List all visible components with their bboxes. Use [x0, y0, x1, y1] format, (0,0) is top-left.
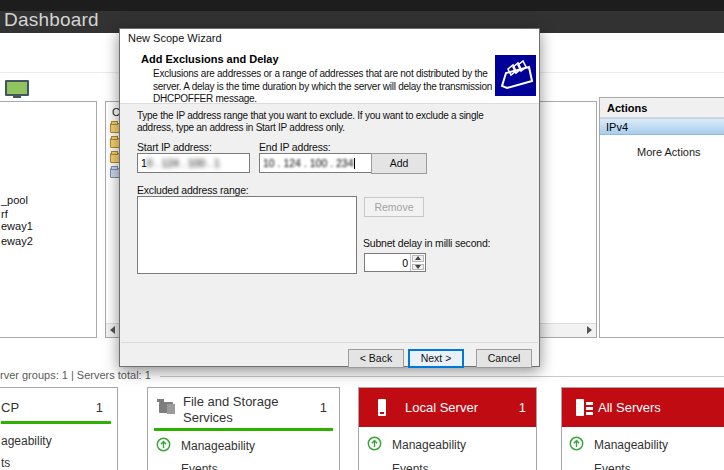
- tile-name[interactable]: All Servers: [598, 400, 661, 415]
- file-storage-icon: [159, 402, 173, 413]
- tile-row-manageability[interactable]: Manageability: [594, 438, 668, 452]
- excluded-range-label: Excluded address range:: [137, 184, 249, 196]
- end-ip-redacted: 10 . 124 . 100 . 234: [263, 157, 354, 169]
- tree-item-rf[interactable]: rf: [1, 208, 8, 220]
- start-ip-visible: 1: [141, 157, 147, 169]
- tile-divider: [154, 428, 333, 431]
- wizard-description: Exclusions are addresses or a range of a…: [153, 68, 510, 106]
- description-line: server. A delay is the time duration by …: [153, 81, 510, 94]
- console-tree-pane: _pool rf eway1 eway2: [0, 101, 97, 338]
- screen: Dashboard _pool rf eway1 eway2 C Actions…: [0, 0, 724, 470]
- tile-local-server[interactable]: Local Server 1 Manageability Events: [358, 387, 537, 470]
- next-button[interactable]: Next >: [408, 349, 464, 368]
- subnet-delay-spinner[interactable]: 0: [364, 253, 426, 272]
- description-line: Exclusions are addresses or a range of a…: [153, 68, 510, 81]
- monitor-icon[interactable]: [5, 80, 29, 96]
- subnet-delay-label: Subnet delay in milli second:: [363, 237, 490, 249]
- tile-row-events[interactable]: ts: [1, 456, 10, 470]
- start-ip-redacted: 0 . 124 . 100 . 1: [147, 157, 220, 169]
- button-row-divider: [121, 342, 538, 343]
- cancel-button[interactable]: Cancel: [476, 349, 532, 368]
- instruction-line: Type the IP address range that you want …: [137, 110, 484, 122]
- tree-item-gateway2[interactable]: eway2: [1, 235, 33, 247]
- new-scope-wizard-dialog: New Scope Wizard Add Exclusions and Dela…: [119, 28, 540, 367]
- window-bottom-edge: [160, 376, 724, 377]
- manageability-ok-icon: [156, 437, 171, 452]
- back-button[interactable]: < Back: [348, 349, 404, 368]
- spinner-down-button[interactable]: [412, 264, 424, 271]
- tile-row-manageability[interactable]: Manageability: [392, 438, 466, 452]
- dialog-title: New Scope Wizard: [128, 32, 222, 44]
- status-bar: rver groups: 1 | Servers total: 1: [0, 369, 151, 381]
- excluded-range-listbox[interactable]: [137, 196, 357, 274]
- tile-name[interactable]: CP: [1, 400, 19, 416]
- tile-name-line1[interactable]: File and Storage: [183, 394, 278, 410]
- tile-name-line2[interactable]: Services: [183, 410, 233, 426]
- tile-row-events[interactable]: Events: [392, 462, 429, 470]
- tile-row-events[interactable]: Events: [181, 462, 218, 470]
- all-servers-icon: [576, 399, 584, 416]
- actions-item-ipv4[interactable]: IPv4: [600, 118, 724, 135]
- wizard-page-title: Add Exclusions and Delay: [141, 53, 279, 65]
- manageability-ok-icon: [367, 436, 382, 451]
- actions-more-actions[interactable]: More Actions: [637, 146, 701, 158]
- end-ip-label: End IP address:: [259, 141, 331, 153]
- up-arrow-icon: [415, 256, 421, 260]
- manageability-ok-icon: [569, 436, 584, 451]
- actions-pane: Actions IPv4 More Actions: [599, 97, 724, 338]
- scroll-right-icon[interactable]: [587, 326, 592, 334]
- page-title: Dashboard: [4, 9, 99, 31]
- end-ip-input[interactable]: 10 . 124 . 100 . 234: [259, 153, 373, 173]
- wizard-instructions: Type the IP address range that you want …: [137, 110, 484, 134]
- tree-item-pool[interactable]: _pool: [1, 194, 28, 206]
- tile-row-events[interactable]: Events: [594, 462, 631, 470]
- tile-row-manageability[interactable]: Manageability: [181, 439, 255, 453]
- tile-count: 1: [96, 400, 103, 415]
- local-server-icon: [378, 399, 386, 416]
- subnet-delay-value: 0: [365, 254, 410, 271]
- scroll-left-icon[interactable]: [110, 326, 115, 334]
- tile-dhcp[interactable]: CP 1 ageability ts: [0, 387, 118, 470]
- remove-button[interactable]: Remove: [364, 197, 424, 217]
- tile-file-storage[interactable]: File and Storage Services 1 Manageabilit…: [147, 387, 340, 470]
- start-ip-label: Start IP address:: [137, 141, 212, 153]
- description-line: DHCPOFFER message.: [153, 93, 510, 106]
- start-ip-input[interactable]: 10 . 124 . 100 . 1: [137, 153, 250, 173]
- add-button[interactable]: Add: [371, 153, 427, 174]
- tile-count: 1: [320, 400, 327, 415]
- tile-name[interactable]: Local Server: [405, 400, 478, 415]
- wizard-header: Add Exclusions and Delay Exclusions are …: [120, 47, 539, 104]
- tile-count: 1: [519, 400, 526, 415]
- actions-pane-header: Actions: [600, 98, 724, 118]
- tile-all-servers[interactable]: All Servers Manageability Events: [561, 387, 724, 470]
- tile-row-manageability[interactable]: ageability: [1, 434, 52, 448]
- dhcp-wizard-icon: [495, 55, 536, 96]
- tile-divider: [1, 421, 111, 424]
- instruction-line: address, type an address in Start IP add…: [137, 122, 484, 134]
- spinner-up-button[interactable]: [412, 255, 424, 262]
- down-arrow-icon: [415, 265, 421, 269]
- tree-item-gateway1[interactable]: eway1: [1, 220, 33, 232]
